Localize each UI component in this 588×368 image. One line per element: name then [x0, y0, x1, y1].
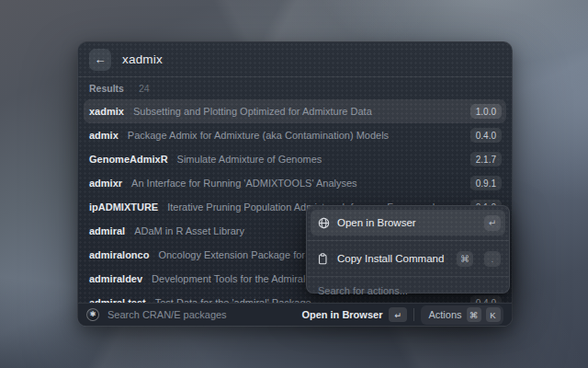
actions-button[interactable]: Actions ⌘ K: [421, 305, 503, 325]
list-item-genomeadmixr[interactable]: GenomeAdmixR Simulate Admixture of Genom…: [84, 147, 506, 171]
crane-logo-icon: ✱: [86, 308, 99, 321]
return-key-icon: ↵: [484, 215, 501, 231]
package-description: Simulate Admixture of Genomes: [177, 154, 322, 165]
menu-divider: [307, 240, 509, 241]
list-item-admixr[interactable]: admixr An Interface for Running 'ADMIXTO…: [84, 171, 506, 195]
footer-primary-action[interactable]: Open in Browser ↵: [301, 307, 407, 322]
command-key-icon: ⌘: [467, 307, 481, 322]
version-badge: 0.4.0: [470, 128, 502, 143]
desktop-wallpaper: ← xadmix Results 24 xadmix Subsetting an…: [0, 0, 588, 368]
footer-primary-label: Open in Browser: [301, 309, 382, 320]
package-description: Subsetting and Plotting Optimized for Ad…: [133, 106, 372, 117]
package-name: GenomeAdmixR: [89, 154, 168, 165]
package-name: admix: [89, 130, 119, 141]
package-name: xadmix: [89, 106, 124, 117]
back-button[interactable]: ←: [89, 49, 111, 71]
package-name: admiraldev: [89, 273, 142, 284]
actions-search-input[interactable]: Search for actions...: [311, 282, 505, 300]
arrow-left-icon: ←: [95, 52, 107, 66]
menu-item-open-in-browser[interactable]: Open in Browser ↵: [311, 210, 505, 236]
clipboard-icon: [317, 252, 330, 265]
menu-item-label: Open in Browser: [337, 217, 477, 228]
window-header: ← xadmix: [78, 42, 512, 77]
globe-icon: [317, 216, 330, 229]
return-key-icon: ↵: [389, 307, 407, 322]
k-key-icon: K: [486, 307, 501, 322]
version-badge: 0.9.1: [470, 176, 502, 190]
actions-menu: Open in Browser ↵ Copy Install Command ⌘…: [306, 205, 510, 293]
command-key-icon: ⌘: [457, 251, 473, 267]
menu-divider: [307, 276, 509, 277]
footer-search-input[interactable]: Search CRAN/E packages: [107, 309, 301, 320]
results-label: Results: [89, 83, 124, 94]
version-badge: 2.1.7: [470, 152, 502, 167]
list-item-xadmix[interactable]: xadmix Subsetting and Plotting Optimized…: [84, 99, 506, 123]
results-count: 24: [139, 83, 150, 94]
menu-item-copy-install-command[interactable]: Copy Install Command ⌘ .: [311, 246, 505, 271]
footer-bar: ✱ Search CRAN/E packages Open in Browser…: [78, 303, 512, 326]
actions-label: Actions: [428, 309, 461, 320]
package-description: ADaM in R Asset Library: [134, 225, 244, 236]
period-key-icon: .: [484, 251, 501, 267]
footer-divider: [413, 308, 414, 321]
version-badge: 1.0.0: [470, 104, 502, 119]
package-name: ipADMIXTURE: [89, 201, 158, 213]
menu-item-label: Copy Install Command: [337, 253, 449, 264]
search-query-input[interactable]: xadmix: [122, 52, 163, 66]
results-header: Results 24: [78, 77, 512, 99]
package-description: Package Admix for Admixture (aka Contami…: [128, 130, 389, 141]
package-description: An Interface for Running 'ADMIXTOOLS' An…: [131, 178, 357, 189]
package-name: admixr: [89, 178, 122, 189]
package-name: admiral: [89, 225, 125, 236]
package-name: admiralonco: [89, 249, 149, 260]
list-item-admix[interactable]: admix Package Admix for Admixture (aka C…: [84, 123, 506, 147]
